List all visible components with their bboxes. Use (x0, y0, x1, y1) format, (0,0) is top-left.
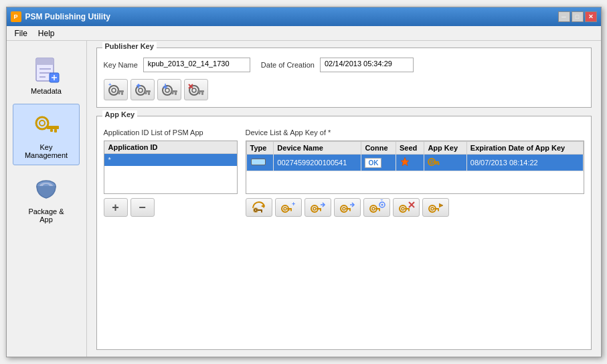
device-actions: + (246, 198, 584, 217)
app-id-item-asterisk[interactable]: * (104, 154, 237, 166)
svg-rect-78 (405, 208, 410, 209)
svg-rect-51 (258, 209, 262, 211)
add-app-id-button[interactable]: + (104, 198, 128, 217)
cell-app-key (424, 155, 466, 171)
title-bar: P PSM Publishing Utility ─ □ ✕ (7, 7, 601, 26)
svg-point-44 (430, 161, 433, 163)
svg-point-17 (112, 88, 116, 92)
svg-rect-67 (349, 209, 351, 211)
app-id-list[interactable]: Application ID * (104, 141, 238, 194)
col-device-name: Device Name (274, 142, 361, 155)
package-app-icon (30, 174, 62, 206)
col-expiration: Expiration Date of App Key (466, 142, 583, 155)
main-window: P PSM Publishing Utility ─ □ ✕ File Help (6, 7, 602, 357)
refresh-key-button[interactable] (246, 198, 272, 217)
svg-point-65 (343, 207, 345, 210)
delete-publisher-key-button[interactable] (184, 79, 208, 100)
svg-rect-55 (287, 208, 292, 209)
svg-rect-36 (197, 90, 204, 92)
table-header-row: Type Device Name Conne Seed App Key Expi… (246, 142, 583, 155)
view-app-key-button[interactable]: + (363, 198, 390, 217)
close-button[interactable]: ✕ (585, 11, 597, 22)
svg-rect-66 (346, 208, 351, 209)
svg-rect-52 (261, 211, 262, 213)
svg-rect-37 (201, 92, 203, 95)
app-icon: P (11, 11, 21, 22)
add-app-key-button[interactable]: + (275, 198, 302, 217)
svg-rect-85 (438, 209, 439, 211)
svg-rect-47 (436, 163, 438, 165)
svg-point-83 (431, 207, 434, 210)
svg-point-9 (39, 120, 45, 126)
svg-point-29 (165, 88, 169, 92)
svg-rect-11 (54, 129, 57, 132)
svg-rect-18 (117, 90, 124, 92)
sidebar-item-metadata[interactable]: Metadata (13, 48, 80, 101)
svg-point-35 (192, 88, 196, 92)
package-app-label: Package &App (28, 207, 64, 223)
device-list-title: Device List & App Key of * (246, 128, 584, 136)
svg-rect-61 (317, 208, 321, 209)
sidebar-item-package-app[interactable]: Package &App (13, 168, 80, 230)
date-value[interactable]: 02/14/2013 05:34:29 (320, 58, 414, 72)
extra-key-action-button[interactable] (422, 198, 449, 217)
svg-rect-72 (379, 209, 380, 211)
col-app-key: App Key (424, 142, 466, 155)
svg-rect-38 (198, 92, 200, 94)
remove-app-id-button[interactable]: − (131, 198, 155, 217)
svg-rect-19 (121, 92, 123, 95)
app-key-section: App Key Application ID List of PSM App A… (96, 116, 592, 350)
svg-point-60 (313, 207, 316, 210)
svg-marker-48 (261, 204, 264, 208)
device-table[interactable]: Type Device Name Conne Seed App Key Expi… (246, 141, 584, 194)
import-app-key-button[interactable] (305, 198, 331, 217)
publisher-key-title: Publisher Key (102, 42, 157, 50)
key-management-icon (30, 110, 62, 142)
revoke-app-key-button[interactable] (393, 198, 420, 217)
svg-point-70 (372, 207, 375, 210)
svg-rect-12 (50, 129, 53, 132)
col-connection: Conne (361, 142, 396, 155)
sidebar: Metadata KeyManagement (7, 41, 87, 357)
table-row[interactable]: 00274599200100541 OK (246, 155, 583, 171)
svg-rect-32 (171, 92, 173, 94)
svg-rect-26 (145, 92, 147, 94)
device-panel: Device List & App Key of * Type Device N… (246, 128, 584, 217)
key-name-value[interactable]: kpub_2013_02_14_1730 (143, 58, 250, 72)
add-publisher-key-button[interactable]: + (104, 79, 128, 100)
cell-connection: OK (361, 155, 396, 171)
app-id-panel: Application ID List of PSM App Applicati… (104, 128, 238, 217)
svg-rect-79 (408, 209, 410, 211)
window-controls: ─ □ ✕ (558, 11, 597, 22)
svg-rect-24 (144, 90, 151, 92)
cell-device-name: 00274599200100541 (274, 155, 361, 171)
svg-rect-46 (438, 163, 440, 165)
svg-rect-1 (36, 58, 54, 65)
load-publisher-key-button[interactable] (131, 79, 155, 100)
svg-rect-31 (175, 92, 177, 95)
publisher-key-row: Key Name kpub_2013_02_14_1730 Date of Cr… (104, 58, 584, 72)
menu-help[interactable]: Help (33, 27, 60, 39)
svg-rect-25 (148, 92, 150, 95)
metadata-label: Metadata (31, 87, 62, 95)
cell-seed (396, 155, 424, 171)
window-title: PSM Publishing Utility (25, 12, 558, 21)
publisher-key-buttons: + (104, 79, 584, 100)
cell-type (246, 155, 274, 171)
svg-text:+: + (380, 199, 383, 203)
minimize-button[interactable]: ─ (558, 11, 570, 22)
export-app-key-button[interactable] (334, 198, 361, 217)
maximize-button[interactable]: □ (572, 11, 584, 22)
device-data-table: Type Device Name Conne Seed App Key Expi… (246, 141, 584, 171)
export-publisher-key-button[interactable] (157, 79, 181, 100)
main-content: Metadata KeyManagement (7, 41, 601, 357)
svg-rect-42 (252, 159, 265, 165)
svg-point-22 (136, 86, 145, 95)
key-name-label: Key Name (104, 61, 138, 69)
key-management-label: KeyManagement (25, 143, 68, 159)
svg-rect-56 (290, 209, 292, 211)
sidebar-item-key-management[interactable]: KeyManagement (13, 104, 80, 165)
app-id-col-header: Application ID (104, 141, 237, 154)
metadata-icon (30, 54, 62, 86)
menu-file[interactable]: File (9, 27, 33, 39)
